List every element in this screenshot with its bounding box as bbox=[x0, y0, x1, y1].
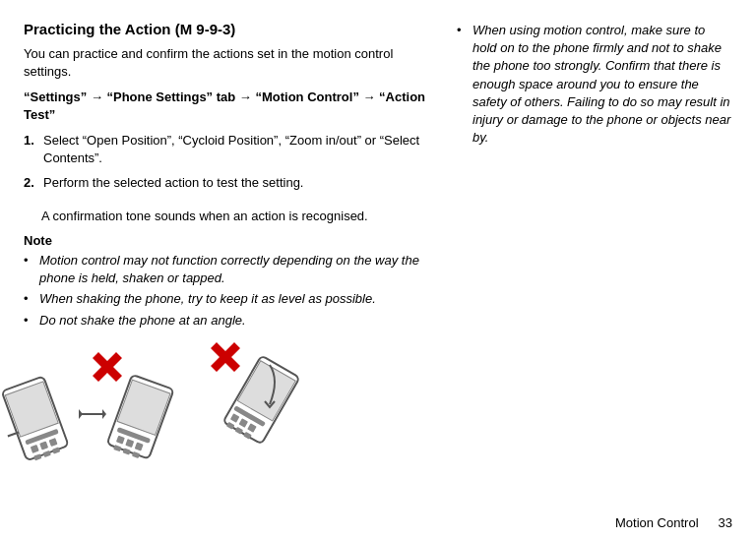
page-container: Practicing the Action (M 9-9-3) You can … bbox=[0, 0, 756, 540]
left-column: Practicing the Action (M 9-9-3) You can … bbox=[24, 20, 437, 516]
svg-rect-17 bbox=[113, 445, 121, 451]
step-2-subtext: A confirmation tone sounds when an actio… bbox=[41, 208, 437, 225]
note-title: Note bbox=[24, 233, 437, 248]
svg-rect-16 bbox=[135, 442, 144, 450]
svg-rect-7 bbox=[33, 453, 41, 460]
step-2: 2. Perform the selected action to test t… bbox=[24, 174, 437, 192]
motion-arrows-1 bbox=[78, 399, 107, 429]
svg-rect-9 bbox=[52, 447, 60, 453]
right-bullet-1-text: When using motion control, make sure to … bbox=[472, 22, 732, 147]
footer-section-label: Motion Control bbox=[615, 515, 699, 530]
footer-page-number: 33 bbox=[719, 515, 732, 530]
note-bullet-1: Motion control may not function correctl… bbox=[24, 252, 437, 287]
step-2-number: 2. bbox=[24, 174, 41, 192]
cross-mark-1 bbox=[93, 352, 122, 382]
right-bullet-1: When using motion control, make sure to … bbox=[457, 22, 732, 147]
page-footer: Motion Control 33 bbox=[615, 515, 732, 530]
phone-right-1 bbox=[88, 366, 189, 491]
note-bullet-2-text: When shaking the phone, try to keep it a… bbox=[39, 290, 376, 308]
svg-rect-5 bbox=[39, 441, 48, 450]
svg-rect-15 bbox=[125, 439, 134, 448]
illustrations-area bbox=[24, 350, 437, 468]
content-area: Practicing the Action (M 9-9-3) You can … bbox=[24, 20, 732, 516]
svg-rect-18 bbox=[123, 448, 131, 454]
phone-left-1 bbox=[0, 366, 93, 491]
svg-rect-4 bbox=[31, 445, 39, 453]
note-section: Note Motion control may not function cor… bbox=[24, 233, 437, 332]
svg-rect-25 bbox=[230, 413, 240, 423]
note-bullet-2: When shaking the phone, try to keep it a… bbox=[24, 290, 437, 308]
intro-text: You can practice and confirm the actions… bbox=[24, 45, 437, 81]
illustration-group-1 bbox=[24, 360, 157, 468]
note-bullets: Motion control may not function correctl… bbox=[24, 252, 437, 330]
note-bullet-1-text: Motion control may not function correctl… bbox=[39, 252, 437, 287]
nav-path: “Settings” → “Phone Settings” tab → “Mot… bbox=[24, 89, 437, 124]
svg-marker-0 bbox=[93, 352, 122, 382]
svg-rect-19 bbox=[132, 451, 140, 458]
svg-rect-14 bbox=[116, 435, 125, 444]
step-1: 1. Select “Open Position”, “Cycloid Posi… bbox=[24, 132, 437, 167]
right-column: When using motion control, make sure to … bbox=[457, 20, 732, 516]
svg-rect-12 bbox=[117, 380, 170, 435]
illustration-group-2 bbox=[186, 350, 275, 468]
note-bullet-3-text: Do not shake the phone at an angle. bbox=[39, 312, 246, 330]
svg-rect-27 bbox=[247, 423, 257, 433]
step-1-number: 1. bbox=[24, 132, 41, 167]
page-title: Practicing the Action (M 9-9-3) bbox=[24, 20, 437, 39]
svg-rect-2 bbox=[5, 382, 58, 437]
step-2-text: Perform the selected action to test the … bbox=[43, 174, 303, 192]
svg-marker-21 bbox=[211, 342, 240, 372]
angle-arrow bbox=[255, 360, 284, 409]
right-bullets: When using motion control, make sure to … bbox=[457, 22, 732, 150]
svg-rect-26 bbox=[239, 418, 249, 428]
step-1-text: Select “Open Position”, “Cycloid Positio… bbox=[43, 132, 437, 167]
cross-mark-2 bbox=[211, 342, 240, 372]
note-bullet-3: Do not shake the phone at an angle. bbox=[24, 312, 437, 330]
steps-list: 1. Select “Open Position”, “Cycloid Posi… bbox=[24, 132, 437, 198]
svg-rect-8 bbox=[43, 450, 51, 457]
svg-rect-6 bbox=[49, 438, 58, 447]
